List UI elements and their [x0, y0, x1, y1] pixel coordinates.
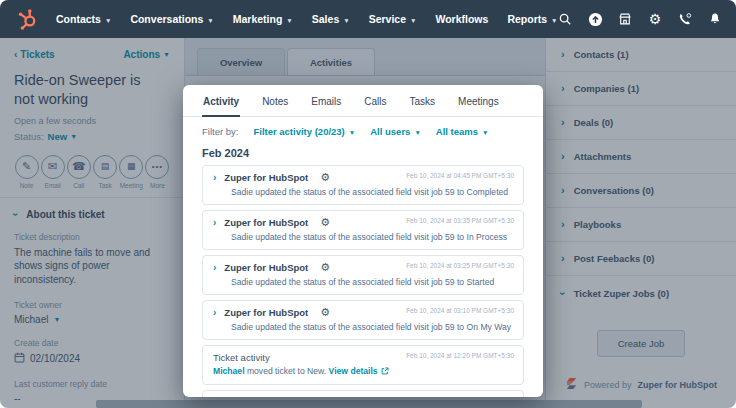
- timestamp: Feb 10, 2024 at 03:10 PM GMT+5:30: [406, 307, 514, 314]
- gear-icon[interactable]: ⚙: [320, 307, 330, 318]
- chevron-down-icon: ▼: [343, 17, 349, 24]
- activity-card-completed: › Zuper for HubSpot ⚙ Feb 10, 2024 at 04…: [202, 165, 524, 205]
- activity-card-in-process: › Zuper for HubSpot ⚙ Feb 10, 2024 at 03…: [202, 210, 524, 250]
- timestamp: Feb 10, 2024 at 12:20 PM GMT+5:30: [406, 352, 514, 359]
- nav-item-marketing[interactable]: Marketing▼: [233, 13, 293, 25]
- all-users-dropdown[interactable]: All users▼: [370, 126, 421, 137]
- tab-tasks[interactable]: Tasks: [409, 85, 437, 117]
- expand-chevron-icon[interactable]: ›: [213, 263, 216, 273]
- activity-type-tabs: Activity Notes Emails Calls Tasks Meetin…: [183, 85, 543, 117]
- actor-link[interactable]: Michael: [213, 366, 245, 376]
- upgrade-icon[interactable]: [588, 12, 603, 27]
- view-details-link[interactable]: View details: [329, 366, 378, 376]
- chevron-down-icon: ▼: [414, 129, 420, 136]
- search-icon[interactable]: [558, 12, 573, 27]
- nav-item-contacts[interactable]: Contacts▼: [56, 13, 111, 25]
- chevron-down-icon: ▼: [105, 17, 111, 24]
- tab-meetings[interactable]: Meetings: [457, 85, 500, 117]
- ticket-created-card: This ticket was created by Michael Feb 1…: [202, 390, 524, 397]
- tab-emails[interactable]: Emails: [310, 85, 342, 117]
- date-group-heading: Feb 2024: [183, 140, 543, 165]
- content-area: ‹Tickets Actions▼ Ride-on Sweeper is not…: [0, 38, 736, 408]
- activities-modal: Activity Notes Emails Calls Tasks Meetin…: [183, 85, 543, 397]
- external-link-icon: [381, 367, 389, 377]
- horizontal-scrollbar[interactable]: [96, 400, 642, 408]
- nav-item-conversations[interactable]: Conversations▼: [130, 13, 213, 25]
- gear-icon[interactable]: ⚙: [320, 217, 330, 228]
- tab-notes[interactable]: Notes: [261, 85, 289, 117]
- gear-icon[interactable]: ⚙: [320, 172, 330, 183]
- hubspot-logo-icon[interactable]: [16, 7, 40, 32]
- tab-activity[interactable]: Activity: [202, 85, 240, 117]
- primary-nav: Contacts▼ Conversations▼ Marketing▼ Sale…: [56, 13, 558, 25]
- activity-card-list: › Zuper for HubSpot ⚙ Feb 10, 2024 at 04…: [183, 165, 543, 397]
- filter-activity-dropdown[interactable]: Filter activity (20/23)▼: [253, 126, 355, 137]
- notifications-bell-icon[interactable]: [708, 12, 723, 27]
- expand-chevron-icon[interactable]: ›: [213, 218, 216, 228]
- all-teams-dropdown[interactable]: All teams▼: [436, 126, 489, 137]
- activity-card-on-my-way: › Zuper for HubSpot ⚙ Feb 10, 2024 at 03…: [202, 300, 524, 340]
- expand-chevron-icon[interactable]: ›: [213, 173, 216, 183]
- activity-card-started: › Zuper for HubSpot ⚙ Feb 10, 2024 at 03…: [202, 255, 524, 295]
- nav-item-workflows[interactable]: Workflows: [435, 13, 488, 25]
- nav-item-service[interactable]: Service▼: [369, 13, 417, 25]
- chevron-down-icon: ▼: [551, 17, 557, 24]
- timestamp: Feb 10, 2024 at 03:25 PM GMT+5:30: [406, 262, 514, 269]
- expand-chevron-icon[interactable]: ›: [213, 308, 216, 318]
- chevron-down-icon: ▼: [482, 129, 488, 136]
- gear-icon[interactable]: ⚙: [320, 262, 330, 273]
- app-window: Contacts▼ Conversations▼ Marketing▼ Sale…: [0, 0, 736, 408]
- top-nav: Contacts▼ Conversations▼ Marketing▼ Sale…: [0, 0, 736, 38]
- timestamp: Feb 10, 2024 at 03:35 PM GMT+5:30: [406, 217, 514, 224]
- nav-item-sales[interactable]: Sales▼: [312, 13, 350, 25]
- timestamp: Feb 10, 2024 at 04:45 PM GMT+5:30: [406, 172, 514, 179]
- nav-item-reports[interactable]: Reports▼: [507, 13, 557, 25]
- ticket-activity-card: Ticket activity Feb 10, 2024 at 12:20 PM…: [202, 345, 524, 385]
- chevron-down-icon: ▼: [286, 17, 292, 24]
- nav-utilities: ⚙: [558, 8, 736, 30]
- chevron-down-icon: ▼: [207, 17, 213, 24]
- calling-icon[interactable]: [678, 12, 693, 27]
- marketplace-icon[interactable]: [618, 12, 633, 27]
- settings-gear-icon[interactable]: ⚙: [648, 12, 663, 27]
- tab-calls[interactable]: Calls: [363, 85, 387, 117]
- chevron-down-icon: ▼: [410, 17, 416, 24]
- filter-bar: Filter by: Filter activity (20/23)▼ All …: [183, 117, 543, 140]
- chevron-down-icon: ▼: [349, 129, 355, 136]
